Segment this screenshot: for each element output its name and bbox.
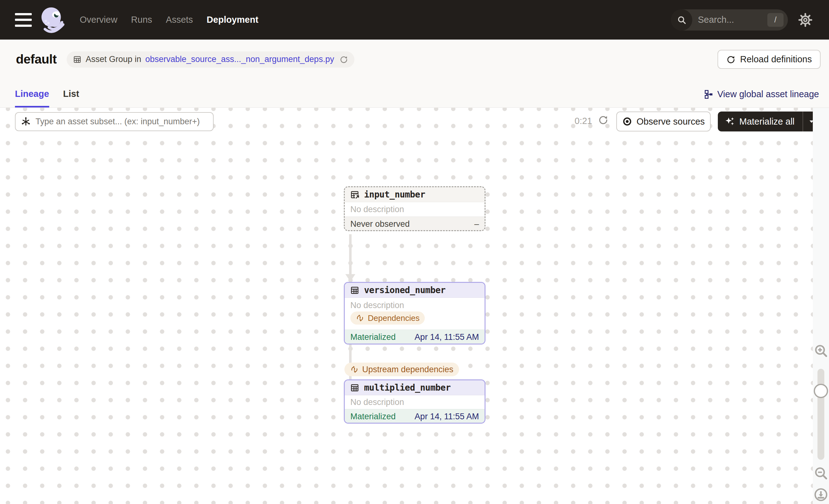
top-nav: Overview Runs Assets Deployment Search..… bbox=[0, 0, 829, 40]
asset-name: input_number bbox=[364, 189, 425, 200]
gear-icon[interactable] bbox=[797, 12, 814, 28]
asset-description: No description bbox=[345, 395, 484, 409]
zoom-slider-track[interactable] bbox=[818, 369, 824, 460]
breadcrumb-file-link[interactable]: observable_source_ass..._non_argument_de… bbox=[145, 55, 334, 64]
asset-node-header: multiplied_number bbox=[345, 380, 484, 395]
sparkles-icon bbox=[725, 116, 735, 127]
asset-subset-input[interactable] bbox=[15, 112, 214, 131]
asset-node-header: input_number bbox=[345, 187, 484, 202]
asset-name: multiplied_number bbox=[364, 383, 450, 393]
download-image-icon[interactable] bbox=[814, 487, 828, 502]
dependencies-badge-label: Dependencies bbox=[368, 313, 420, 323]
view-global-asset-lineage-label: View global asset lineage bbox=[717, 89, 819, 99]
asset-graph-canvas[interactable]: 0:21 Observe sources Materialize all bbox=[0, 108, 829, 504]
asset-description: No description bbox=[345, 298, 484, 311]
materialize-all-split-button: Materialize all bbox=[718, 111, 820, 132]
observe-eye-icon bbox=[622, 116, 632, 127]
observe-sources-label: Observe sources bbox=[637, 116, 705, 127]
asset-node-multiplied-number[interactable]: multiplied_number No description Materia… bbox=[344, 380, 485, 424]
nav-item-deployment[interactable]: Deployment bbox=[207, 15, 258, 25]
asset-status-row: Materialized Apr 14, 11:55 AM bbox=[345, 409, 484, 424]
search-shortcut-key: / bbox=[767, 13, 784, 27]
menu-icon[interactable] bbox=[15, 13, 32, 27]
search-icon bbox=[671, 9, 692, 31]
graph-controls-column bbox=[813, 108, 829, 504]
dependencies-badge[interactable]: Dependencies bbox=[350, 312, 425, 325]
asset-description: No description bbox=[345, 202, 484, 216]
tab-list[interactable]: List bbox=[63, 89, 79, 107]
primary-nav: Overview Runs Assets Deployment bbox=[80, 15, 258, 25]
asset-status-label: Materialized bbox=[350, 412, 396, 422]
asset-status-value[interactable]: Apr 14, 11:55 AM bbox=[414, 332, 479, 342]
table-icon bbox=[73, 55, 82, 64]
asset-status-label: Never observed bbox=[350, 219, 410, 229]
search-input[interactable]: Search... / bbox=[671, 9, 788, 31]
breadcrumb: Asset Group in observable_source_ass..._… bbox=[67, 51, 354, 68]
upstream-dependencies-badge[interactable]: Upstream dependencies bbox=[345, 363, 459, 376]
page-title: default bbox=[16, 52, 57, 67]
asset-status-value[interactable]: Apr 14, 11:55 AM bbox=[414, 412, 479, 422]
graph-refresh-icon[interactable] bbox=[598, 115, 609, 127]
view-global-asset-lineage-link[interactable]: View global asset lineage bbox=[704, 89, 819, 107]
asset-status-label: Materialized bbox=[350, 332, 396, 342]
asset-status-row: Materialized Apr 14, 11:55 AM bbox=[345, 330, 484, 345]
table-asset-icon bbox=[350, 383, 359, 393]
refresh-icon bbox=[726, 55, 735, 64]
reload-definitions-button[interactable]: Reload definitions bbox=[718, 50, 821, 69]
upstream-dependencies-label: Upstream dependencies bbox=[362, 365, 454, 374]
observable-source-asset-icon bbox=[350, 190, 359, 200]
asset-status-value: – bbox=[474, 219, 479, 229]
edge-arrowhead bbox=[346, 274, 355, 282]
zoom-slider-knob[interactable] bbox=[814, 384, 828, 398]
nav-item-runs[interactable]: Runs bbox=[131, 15, 152, 25]
materialize-all-label: Materialize all bbox=[739, 116, 794, 127]
zoom-out-icon[interactable] bbox=[814, 466, 828, 480]
asset-name: versioned_number bbox=[364, 285, 446, 295]
observe-sources-button[interactable]: Observe sources bbox=[616, 111, 711, 132]
asset-node-versioned-number[interactable]: versioned_number No description Dependen… bbox=[344, 282, 485, 345]
edge-input-to-versioned bbox=[349, 234, 352, 275]
asset-node-input-number[interactable]: input_number No description Never observ… bbox=[344, 186, 485, 231]
tab-lineage[interactable]: Lineage bbox=[15, 89, 49, 107]
asset-status-row: Never observed – bbox=[345, 216, 484, 231]
sync-problem-icon bbox=[350, 365, 359, 374]
nav-item-overview[interactable]: Overview bbox=[80, 15, 117, 25]
materialize-all-button[interactable]: Materialize all bbox=[718, 111, 802, 132]
refresh-countdown: 0:21 bbox=[575, 116, 592, 126]
reload-definitions-label: Reload definitions bbox=[740, 54, 812, 65]
asset-node-header: versioned_number bbox=[345, 283, 484, 298]
breadcrumb-prefix: Asset Group in bbox=[86, 55, 141, 64]
breadcrumb-refresh-icon[interactable] bbox=[339, 55, 348, 64]
lineage-graph-icon bbox=[704, 89, 714, 99]
table-asset-icon bbox=[350, 286, 359, 295]
search-placeholder: Search... bbox=[698, 15, 767, 25]
dagster-logo[interactable] bbox=[39, 6, 66, 34]
sync-problem-icon bbox=[356, 314, 364, 322]
nav-item-assets[interactable]: Assets bbox=[166, 15, 193, 25]
zoom-in-icon[interactable] bbox=[814, 344, 828, 358]
asset-subset-filter bbox=[15, 112, 214, 131]
page-header: default Asset Group in observable_source… bbox=[0, 40, 829, 108]
asset-badge-row: Dependencies bbox=[345, 311, 484, 330]
